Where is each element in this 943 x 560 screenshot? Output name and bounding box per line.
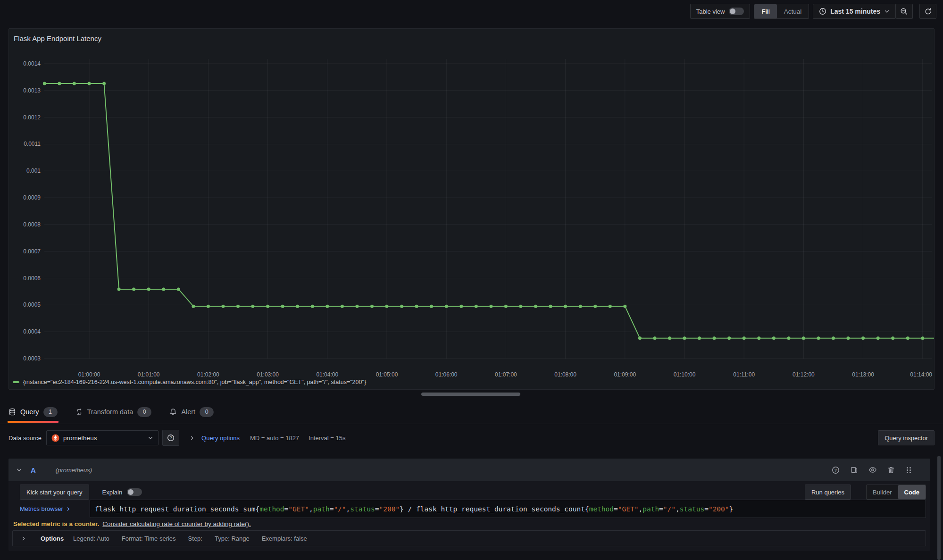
grafana-panel-edit-view: Table view Fill Actual Last 15 minutes: [0, 0, 943, 560]
time-range-picker[interactable]: Last 15 minutes: [813, 4, 896, 19]
x-axis-tick-label: 01:10:00: [674, 371, 696, 378]
query-expression-row: Metrics browser flask_http_request_durat…: [20, 500, 926, 518]
chart-legend[interactable]: {instance="ec2-184-169-216-224.us-west-1…: [13, 379, 366, 385]
y-axis-tick-label: 0.0003: [23, 355, 41, 362]
query-inspector-button[interactable]: Query inspector: [878, 430, 935, 445]
y-axis-tick-label: 0.0004: [23, 328, 41, 335]
x-axis-tick-label: 01:14:00: [910, 371, 932, 378]
tab-transform-data[interactable]: Transform data 0: [75, 400, 153, 424]
query-token: =: [704, 505, 709, 513]
tab-query[interactable]: Query 1: [8, 400, 58, 424]
vertical-scrollbar-thumb[interactable]: [937, 456, 941, 560]
data-point: [430, 305, 433, 308]
data-point: [58, 82, 61, 85]
y-axis-tick-label: 0.0006: [23, 275, 41, 282]
x-axis-tick-label: 01:09:00: [614, 371, 636, 378]
query-row-header[interactable]: A (prometheus) ?: [8, 459, 930, 481]
option-format: Format: Time series: [122, 535, 176, 542]
data-point: [415, 305, 418, 308]
query-options-summary[interactable]: Options Legend: Auto Format: Time series…: [12, 530, 926, 546]
query-options-toggle[interactable]: Query options MD = auto = 1827 Interval …: [190, 435, 345, 442]
x-axis-tick-label: 01:07:00: [495, 371, 517, 378]
data-point: [564, 305, 567, 308]
data-point: [221, 305, 225, 308]
query-token: =: [659, 505, 663, 513]
x-axis-tick-label: 01:05:00: [376, 371, 398, 378]
data-point: [623, 305, 626, 308]
metrics-browser-label: Metrics browser: [20, 505, 63, 512]
data-point: [861, 336, 865, 340]
transform-icon: [75, 408, 83, 416]
warning-rate-link[interactable]: Consider calculating rate of counter by …: [102, 520, 250, 527]
clock-icon: [819, 8, 826, 15]
query-token: flask_http_request_duration_seconds_sum{: [95, 505, 259, 513]
fill-button[interactable]: Fill: [754, 4, 776, 18]
datasource-value: prometheus: [63, 435, 144, 442]
y-axis-tick-label: 0.0005: [23, 301, 41, 308]
data-point: [534, 305, 537, 308]
builder-button[interactable]: Builder: [867, 485, 898, 499]
data-point: [609, 305, 612, 308]
data-point: [519, 305, 523, 308]
chevron-right-icon: [21, 536, 26, 541]
query-token: path: [643, 505, 659, 513]
code-button[interactable]: Code: [898, 485, 926, 499]
tab-alert-badge: 0: [200, 407, 214, 417]
series-legend-label: {instance="ec2-184-169-216-224.us-west-1…: [23, 379, 366, 385]
data-point: [43, 82, 46, 85]
data-point: [385, 305, 389, 308]
zoom-out-button[interactable]: [896, 4, 913, 19]
refresh-button[interactable]: [919, 4, 936, 19]
editor-toolbar: Kick start your query Explain Run querie…: [20, 485, 926, 500]
query-token: "200": [379, 505, 400, 513]
data-point: [847, 336, 850, 340]
query-token: "200": [709, 505, 729, 513]
data-point: [355, 305, 359, 308]
horizontal-scrollbar-thumb[interactable]: [421, 393, 520, 396]
data-point: [370, 305, 374, 308]
metrics-browser-toggle[interactable]: Metrics browser: [20, 505, 90, 512]
actual-button[interactable]: Actual: [777, 4, 809, 18]
datasource-select[interactable]: prometheus: [46, 430, 159, 445]
duplicate-query-icon[interactable]: [850, 466, 858, 474]
query-token: path: [313, 505, 330, 513]
query-token: method: [589, 505, 614, 513]
kick-start-query-button[interactable]: Kick start your query: [20, 485, 89, 500]
data-point: [475, 305, 478, 308]
option-step: Step:: [188, 535, 202, 542]
latency-line-chart[interactable]: 0.00140.00130.00120.00110.0010.00090.000…: [9, 29, 934, 389]
tab-alert[interactable]: Alert 0: [168, 400, 215, 424]
tab-transform-badge: 0: [137, 407, 151, 417]
drag-handle-grip-icon[interactable]: [905, 466, 912, 474]
refresh-icon: [924, 8, 932, 16]
query-token: ,: [638, 505, 643, 513]
data-point: [88, 82, 91, 85]
explain-toggle[interactable]: [127, 488, 142, 496]
run-queries-button[interactable]: Run queries: [805, 485, 851, 500]
warning-text: Selected metric is a counter.: [13, 520, 99, 527]
counter-warning: Selected metric is a counter. Consider c…: [13, 520, 251, 527]
query-token: "/": [334, 505, 346, 513]
datasource-help-button[interactable]: ?: [162, 430, 179, 446]
query-datasource-hint: (prometheus): [56, 467, 92, 474]
data-point: [192, 305, 195, 308]
promql-code-editor[interactable]: flask_http_request_duration_seconds_sum{…: [90, 500, 926, 518]
delete-query-trash-icon[interactable]: [887, 466, 895, 474]
query-token: } / flask_http_request_duration_seconds_…: [400, 505, 589, 513]
collapse-chevron-icon[interactable]: [16, 467, 22, 473]
table-view-toggle[interactable]: [729, 8, 744, 15]
x-axis-tick-label: 01:12:00: [793, 371, 815, 378]
data-point: [817, 336, 820, 340]
query-help-icon[interactable]: ?: [832, 466, 840, 474]
data-point: [236, 305, 240, 308]
y-axis-tick-label: 0.0007: [23, 248, 41, 255]
query-token: "/": [663, 505, 676, 513]
data-point: [906, 336, 910, 340]
option-legend: Legend: Auto: [73, 535, 109, 542]
hide-response-eye-icon[interactable]: [868, 466, 877, 474]
query-token: }: [729, 505, 734, 513]
data-point: [638, 336, 642, 340]
data-point: [787, 336, 790, 340]
y-axis-tick-label: 0.0009: [23, 194, 41, 201]
top-toolbar: Table view Fill Actual Last 15 minutes: [0, 0, 943, 23]
